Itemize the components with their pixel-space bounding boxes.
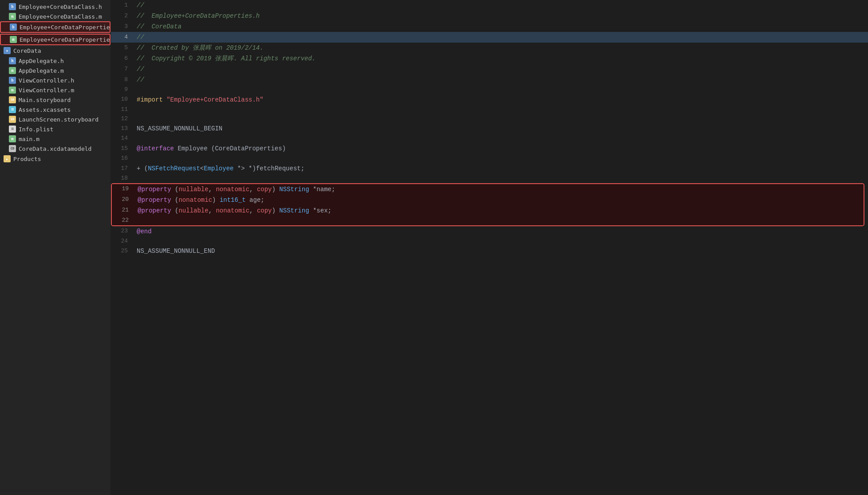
sidebar-item-employee-coredataclass-m[interactable]: m Employee+CoreDataClass.m [0,12,110,21]
line-number: 15 [111,143,133,154]
xcdatamodel-icon: CD [9,145,16,152]
code-line-8: 8 // [111,75,868,85]
line-content [133,105,868,114]
line-number: 21 [112,205,134,216]
m-file-icon: m [10,36,17,43]
line-content: // Copyright © 2019 张晨晖. All rights rese… [133,53,868,64]
sidebar-item-employee-coredataproperties-h[interactable]: h Employee+CoreDataProperties.h [0,21,110,33]
sidebar-item-employee-coredataclass-h[interactable]: h Employee+CoreDataClass.h [0,2,110,12]
sidebar-label: AppDelegate.h [19,58,64,64]
line-number: 9 [111,85,133,94]
sidebar-item-main-m[interactable]: m main.m [0,134,110,144]
line-number: 10 [111,94,133,105]
sidebar-item-appdelegate-m[interactable]: m AppDelegate.m [0,66,110,75]
sidebar-item-launchscreen[interactable]: SB LaunchScreen.storyboard [0,114,110,124]
line-number: 6 [111,53,133,64]
line-content [133,154,868,163]
line-content: + (NSFetchRequest<Employee *> *)fetchReq… [133,163,868,174]
line-content: // [133,75,868,85]
sidebar-item-appdelegate-h[interactable]: h AppDelegate.h [0,56,110,66]
line-number: 23 [111,226,133,237]
code-editor[interactable]: 1 // 2 // Employee+CoreDataProperties.h … [111,0,868,495]
line-number: 5 [111,43,133,53]
sidebar-item-coredata-xcdatamodel[interactable]: CD CoreData.xcdatamodeld [0,144,110,153]
code-line-5: 5 // Created by 张晨晖 on 2019/2/14. [111,43,868,53]
sidebar-item-info-plist[interactable]: ☰ Info.plist [0,124,110,134]
sidebar-item-employee-coredataproperties-m[interactable]: m Employee+CoreDataProperties.m [0,34,110,45]
line-content: // [133,32,868,43]
sidebar-label: Employee+CoreDataClass.h [19,4,102,10]
line-content [133,174,868,183]
sidebar-group-coredata[interactable]: ▾ CoreData [0,45,110,56]
sidebar-label: main.m [19,136,39,142]
code-line-1: 1 // [111,0,868,11]
line-content: @property (nullable, nonatomic, copy) NS… [134,205,864,216]
sidebar-label: Employee+CoreDataProperties.m [20,36,111,43]
line-number: 24 [111,237,133,246]
code-line-9: 9 [111,85,868,94]
m-file-icon: m [9,135,16,142]
sidebar-label: Main.storyboard [19,97,71,103]
line-content: #import "Employee+CoreDataClass.h" [133,94,868,105]
sidebar-item-viewcontroller-m[interactable]: m ViewController.m [0,85,110,95]
line-number: 17 [111,163,133,174]
folder-icon: ▾ [4,47,11,54]
m-file-icon: m [9,13,16,20]
code-line-14: 14 [111,134,868,143]
line-number: 20 [112,195,134,205]
code-line-20: 20 @property (nonatomic) int16_t age; [112,195,864,205]
sidebar-label: CoreData.xcdatamodeld [19,145,91,152]
line-number: 19 [112,184,134,195]
line-number: 14 [111,134,133,143]
line-content: // CoreData [133,21,868,32]
code-line-2: 2 // Employee+CoreDataProperties.h [111,11,868,21]
code-line-21: 21 @property (nullable, nonatomic, copy)… [112,205,864,216]
code-line-17: 17 + (NSFetchRequest<Employee *> *)fetch… [111,163,868,174]
code-line-4: 4 // [111,32,868,43]
h-file-icon: h [9,3,16,10]
line-number: 11 [111,105,133,114]
line-content [133,85,868,94]
line-content [134,216,864,225]
h-file-icon: h [9,77,16,84]
line-content [133,237,868,246]
code-line-25: 25 NS_ASSUME_NONNULL_END [111,246,868,256]
line-number: 25 [111,246,133,256]
folder-icon: ▸ [4,155,11,162]
line-content [133,134,868,143]
line-content: @property (nonatomic) int16_t age; [134,195,864,205]
code-line-10: 10 #import "Employee+CoreDataClass.h" [111,94,868,105]
line-content: @property (nullable, nonatomic, copy) NS… [134,184,864,195]
code-line-13: 13 NS_ASSUME_NONNULL_BEGIN [111,123,868,134]
code-line-3: 3 // CoreData [111,21,868,32]
line-number: 22 [112,216,134,225]
sidebar-label: Info.plist [19,126,53,133]
code-line-15: 15 @interface Employee (CoreDataProperti… [111,143,868,154]
line-content: // [133,0,868,11]
sidebar-label: LaunchScreen.storyboard [19,116,99,123]
sidebar-label: Employee+CoreDataClass.m [19,13,102,20]
sidebar-label: Products [13,156,41,162]
h-file-icon: h [9,57,16,64]
sidebar-item-assets[interactable]: ☰ Assets.xcassets [0,105,110,114]
code-line-6: 6 // Copyright © 2019 张晨晖. All rights re… [111,53,868,64]
assets-icon: ☰ [9,106,16,113]
line-content: // [133,64,868,75]
sidebar-item-viewcontroller-h[interactable]: h ViewController.h [0,75,110,85]
file-navigator: h Employee+CoreDataClass.h m Employee+Co… [0,0,111,495]
sidebar-item-main-storyboard[interactable]: SB Main.storyboard [0,95,110,105]
sidebar-label: Assets.xcassets [19,106,71,113]
line-content: @end [133,226,868,237]
line-number: 13 [111,123,133,134]
line-number: 7 [111,64,133,75]
sidebar-group-products[interactable]: ▸ Products [0,153,110,164]
plist-icon: ☰ [9,126,16,133]
storyboard-icon: SB [9,96,16,103]
code-line-24: 24 [111,237,868,246]
m-file-icon: m [9,86,16,94]
line-number: 18 [111,174,133,183]
m-file-icon: m [9,67,16,74]
line-number: 8 [111,75,133,85]
line-content: NS_ASSUME_NONNULL_END [133,246,868,256]
h-file-icon: h [10,24,17,31]
